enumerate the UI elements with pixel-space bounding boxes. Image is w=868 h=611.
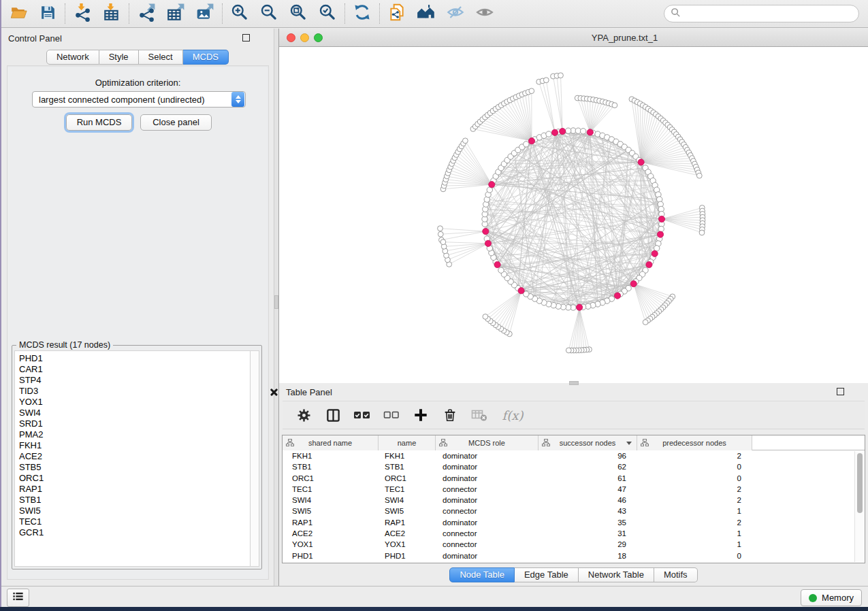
cell-MCDS-role: dominator <box>436 461 539 472</box>
table-row[interactable]: ORC1ORC1dominator610 <box>283 473 865 484</box>
optimization-criterion-select[interactable]: largest connected component (undirected) <box>32 91 246 108</box>
delete-column-icon[interactable] <box>441 406 459 424</box>
tab-network-table[interactable]: Network Table <box>579 567 654 582</box>
desktop: Control Panel NetworkStyleSelectMCDS Opt… <box>0 0 868 611</box>
save-session-button[interactable] <box>37 3 59 24</box>
import-table-icon <box>102 3 121 24</box>
table-row[interactable]: STB1STB1dominator620 <box>283 461 865 472</box>
column-visibility-icon[interactable] <box>324 406 342 424</box>
tab-select[interactable]: Select <box>139 50 183 65</box>
table-row[interactable]: TEC1TEC1connector472 <box>283 484 865 495</box>
column-header-successor-nodes[interactable]: successor nodes <box>539 435 637 450</box>
zoom-fit-button[interactable] <box>287 3 309 24</box>
cell-MCDS-role: connector <box>436 539 539 550</box>
task-history-button[interactable] <box>7 589 29 607</box>
network-window-titlebar[interactable]: YPA_prune.txt_1 <box>279 29 868 47</box>
import-network-button[interactable] <box>71 3 93 24</box>
search-input[interactable] <box>685 9 852 19</box>
table-row[interactable]: SWI5SWI5connector431 <box>283 506 865 516</box>
refresh-button[interactable] <box>351 3 373 24</box>
mcds-result-item[interactable]: STP4 <box>19 375 250 386</box>
column-header-name[interactable]: name <box>379 435 436 450</box>
open-file-button[interactable] <box>7 3 29 24</box>
mcds-result-item[interactable]: SRD1 <box>19 418 250 429</box>
table-row[interactable]: RAP1RAP1dominator352 <box>283 517 865 528</box>
tab-style[interactable]: Style <box>99 50 139 65</box>
mcds-result-item[interactable]: PHD1 <box>19 353 250 364</box>
tab-network[interactable]: Network <box>46 50 99 65</box>
close-panel-button[interactable]: Close panel <box>140 114 212 131</box>
control-panel-tabs: NetworkStyleSelectMCDS <box>46 50 229 65</box>
clone-network-button[interactable] <box>386 3 408 24</box>
cell-successor-nodes: 46 <box>539 495 637 506</box>
table-scrollbar[interactable] <box>854 451 864 562</box>
run-mcds-button[interactable]: Run MCDS <box>66 114 132 131</box>
search-box[interactable] <box>664 5 859 22</box>
mcds-result-item[interactable]: TID3 <box>19 386 250 397</box>
table-scrollbar-thumb[interactable] <box>857 453 863 513</box>
zoom-out-button[interactable] <box>258 3 280 24</box>
column-header-shared-name[interactable]: shared name <box>283 435 379 450</box>
table-panel-grabber[interactable] <box>569 381 579 385</box>
panel-splitter[interactable] <box>274 29 279 586</box>
table-tabs: Node TableEdge TableNetwork TableMotifs <box>449 567 697 582</box>
table-row[interactable]: SWI4SWI4dominator462 <box>283 495 865 506</box>
zoom-selected-button[interactable] <box>317 3 338 24</box>
mcds-result-item[interactable]: ORC1 <box>19 473 250 484</box>
zoom-in-button[interactable] <box>229 3 251 24</box>
column-header-MCDS-role[interactable]: MCDS role <box>436 435 539 450</box>
tab-motifs[interactable]: Motifs <box>654 567 698 582</box>
table-row[interactable]: ACE2ACE2connector311 <box>283 528 865 539</box>
mcds-result-item[interactable]: SWI5 <box>19 506 250 516</box>
cell-MCDS-role: connector <box>436 484 539 495</box>
mcds-result-item[interactable]: ACE2 <box>19 451 250 462</box>
memory-button[interactable]: Memory <box>801 589 862 606</box>
first-neighbors-button[interactable] <box>415 3 437 24</box>
column-header-predecessor-nodes[interactable]: predecessor nodes <box>637 435 752 450</box>
mcds-result-item[interactable]: TEC1 <box>19 516 250 527</box>
tab-mcds[interactable]: MCDS <box>183 50 229 65</box>
float-table-panel-icon[interactable] <box>837 388 844 395</box>
delete-table-icon[interactable] <box>470 406 488 424</box>
selected-option: largest connected component (undirected) <box>33 95 231 105</box>
maximize-window-icon[interactable] <box>314 33 323 42</box>
tab-edge-table[interactable]: Edge Table <box>515 567 579 582</box>
show-all-button[interactable] <box>474 3 496 24</box>
mcds-result-item[interactable]: FKH1 <box>19 440 250 451</box>
mcds-result-item[interactable]: GCR1 <box>19 527 250 538</box>
mcds-result-item[interactable]: YOX1 <box>19 397 250 408</box>
mcds-result-item[interactable]: PMA2 <box>19 429 250 440</box>
table-row[interactable]: PHD1PHD1dominator180 <box>283 550 865 561</box>
result-scrollbar[interactable] <box>250 350 259 567</box>
export-table-button[interactable] <box>165 3 187 24</box>
network-graph[interactable] <box>279 47 868 383</box>
export-network-button[interactable] <box>135 3 157 24</box>
mcds-result-item[interactable]: STB1 <box>19 495 250 506</box>
node-table: shared namenameMCDS rolesuccessor nodesp… <box>282 435 865 563</box>
float-panel-icon[interactable] <box>242 34 250 42</box>
mcds-result-list[interactable]: PHD1CAR1STP4TID3YOX1SWI4SRD1PMA2FKH1ACE2… <box>14 350 250 567</box>
close-table-panel-icon[interactable] <box>270 388 278 395</box>
mcds-result-item[interactable]: SWI4 <box>19 408 250 418</box>
tab-node-table[interactable]: Node Table <box>449 567 515 582</box>
select-all-columns-icon[interactable] <box>353 406 371 424</box>
minimize-window-icon[interactable] <box>300 33 309 42</box>
network-window-title: YPA_prune.txt_1 <box>381 29 868 47</box>
close-window-icon[interactable] <box>287 33 295 42</box>
network-canvas[interactable] <box>279 47 868 383</box>
export-image-button[interactable] <box>194 3 216 24</box>
table-row[interactable]: YOX1YOX1connector291 <box>283 539 865 550</box>
mcds-result-item[interactable]: CAR1 <box>19 364 250 375</box>
deselect-all-columns-icon[interactable] <box>383 406 400 424</box>
add-column-icon[interactable] <box>412 406 430 424</box>
export-image-icon <box>195 3 214 24</box>
mcds-result-item[interactable]: RAP1 <box>19 484 250 495</box>
mcds-result-item[interactable]: STB5 <box>19 462 250 473</box>
import-table-button[interactable] <box>101 3 123 24</box>
function-builder-icon[interactable]: f(x) <box>500 406 526 424</box>
zoom-fit-icon <box>289 3 308 24</box>
hide-selected-button[interactable] <box>445 3 466 24</box>
splitter-handle[interactable] <box>274 295 278 309</box>
table-options-gear-icon[interactable] <box>295 406 312 424</box>
table-row[interactable]: FKH1FKH1dominator962 <box>283 450 865 461</box>
